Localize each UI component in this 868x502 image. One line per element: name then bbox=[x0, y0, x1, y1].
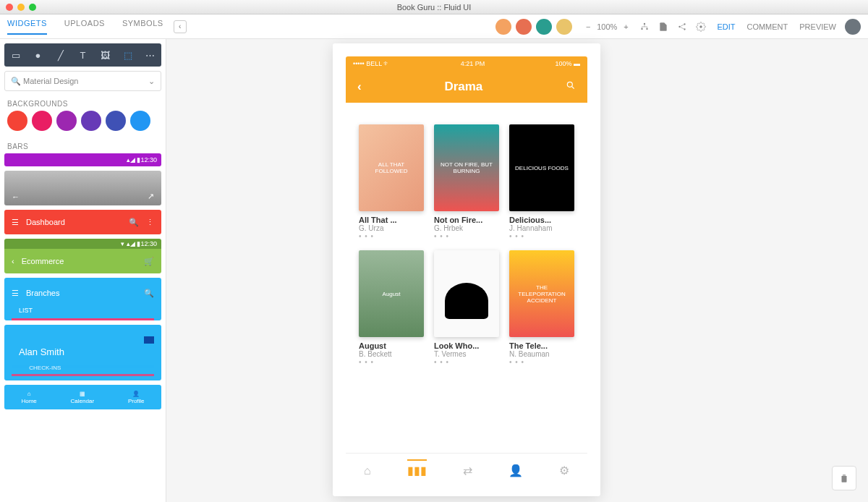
swatch[interactable] bbox=[106, 111, 126, 131]
search-icon: 🔍 bbox=[144, 289, 154, 298]
book-item[interactable]: Look Who...T. Vermes• • • bbox=[434, 250, 499, 366]
phone-frame[interactable]: ••••• BELL ᯤ 4:21 PM 100% ▬ ‹ Drama ALL … bbox=[333, 43, 600, 496]
battery: 100% ▬ bbox=[555, 60, 580, 67]
tab-symbols[interactable]: SYMBOLS bbox=[122, 19, 163, 35]
design-canvas[interactable]: ••••• BELL ᯤ 4:21 PM 100% ▬ ‹ Drama ALL … bbox=[166, 39, 868, 502]
svg-point-4 bbox=[684, 23, 686, 25]
book-cover: August bbox=[359, 250, 424, 337]
library-name: Material Design bbox=[23, 77, 78, 85]
rating-dots: • • • bbox=[359, 358, 424, 366]
share-icon[interactable] bbox=[676, 21, 688, 33]
appbar-label: Dashboard bbox=[26, 218, 65, 226]
rating-dots: • • • bbox=[359, 232, 424, 240]
avatar[interactable] bbox=[556, 19, 572, 35]
widget-appbar-cyan-tabs[interactable]: ☰ Branches 🔍 LIST bbox=[4, 278, 161, 320]
book-title: August bbox=[359, 341, 424, 350]
swatch[interactable] bbox=[56, 111, 77, 131]
sidebar-tabs: WIDGETS UPLOADS SYMBOLS bbox=[7, 19, 163, 35]
widget-profile-cyan[interactable]: Alan Smith CHECK-INS bbox=[4, 325, 161, 380]
tab-uploads[interactable]: UPLOADS bbox=[64, 19, 105, 35]
phone-statusbar: ••••• BELL ᯤ 4:21 PM 100% ▬ bbox=[346, 56, 587, 71]
widget-appbar-green[interactable]: ▾ ▴◢ ▮ 12:30 ‹ Ecommerce 🛒 bbox=[4, 239, 161, 273]
os-titlebar: Book Guru :: Fluid UI bbox=[0, 0, 868, 14]
widget-appbar-red[interactable]: ☰ Dashboard 🔍 ⋮ bbox=[4, 210, 161, 234]
book-author: T. Vermes bbox=[434, 350, 499, 358]
nav-profile-icon[interactable]: 👤 bbox=[509, 464, 523, 477]
line-tool-icon[interactable]: ╱ bbox=[54, 48, 67, 61]
swatch[interactable] bbox=[81, 111, 101, 131]
nav-home-icon[interactable]: ⌂ bbox=[364, 464, 371, 477]
back-icon: ‹ bbox=[12, 257, 14, 265]
pointer-tool-icon[interactable]: ⬚ bbox=[122, 48, 135, 61]
svg-point-7 bbox=[567, 82, 572, 87]
svg-point-6 bbox=[700, 25, 703, 28]
book-title: Delicious... bbox=[509, 216, 574, 224]
rating-dots: • • • bbox=[434, 358, 499, 366]
text-tool-icon[interactable]: T bbox=[77, 48, 90, 61]
widget-bottomnav-cyan[interactable]: ⌂Home ▦Calendar 👤Profile bbox=[4, 385, 161, 409]
book-author: G. Hrbek bbox=[434, 224, 499, 232]
nav-settings-icon[interactable]: ⚙ bbox=[559, 464, 569, 477]
swatch[interactable] bbox=[32, 111, 52, 131]
widget-statusbar-purple[interactable]: ▴◢ ▮ 12:30 bbox=[4, 153, 161, 166]
book-cover bbox=[434, 250, 499, 337]
library-select[interactable]: 🔍 Material Design ⌄ bbox=[4, 71, 161, 91]
svg-point-5 bbox=[684, 28, 686, 30]
rectangle-tool-icon[interactable]: ▭ bbox=[9, 48, 22, 61]
book-cover: DELICIOUS FOODS bbox=[509, 124, 574, 211]
rating-dots: • • • bbox=[434, 232, 499, 240]
shape-tools: ▭ ● ╱ T 🖼 ⬚ ⋯ bbox=[4, 43, 161, 67]
book-cover: THE TELEPORTATION ACCIDENT bbox=[509, 250, 574, 337]
swatch[interactable] bbox=[7, 111, 27, 131]
menu-icon: ☰ bbox=[12, 289, 19, 298]
phone-header: ‹ Drama bbox=[346, 71, 587, 103]
zoom-out-icon[interactable]: − bbox=[582, 21, 594, 33]
search-icon: 🔍 bbox=[129, 218, 139, 227]
cart-icon: 🛒 bbox=[144, 257, 154, 266]
toolbar-tools: − 100% + bbox=[582, 21, 707, 33]
svg-point-3 bbox=[679, 25, 681, 27]
nav-preview[interactable]: PREVIEW bbox=[799, 22, 836, 31]
user-avatar[interactable] bbox=[845, 19, 861, 35]
search-icon: 🔍 bbox=[11, 77, 21, 86]
section-backgrounds: BACKGROUNDS bbox=[0, 94, 166, 111]
avatar[interactable] bbox=[495, 19, 511, 35]
settings-icon[interactable] bbox=[695, 21, 707, 33]
trash-button[interactable] bbox=[832, 466, 856, 490]
mode-nav: EDIT COMMENT PREVIEW bbox=[717, 22, 836, 31]
collaborator-avatars bbox=[495, 19, 572, 35]
menu-icon: ☰ bbox=[12, 218, 19, 227]
more-tools-icon[interactable]: ⋯ bbox=[144, 48, 157, 61]
book-cover: NOT ON FIRE, BUT BURNING bbox=[434, 124, 499, 211]
nav-swap-icon[interactable]: ⇄ bbox=[463, 464, 472, 477]
image-tool-icon[interactable]: 🖼 bbox=[99, 48, 112, 61]
zoom-in-icon[interactable]: + bbox=[620, 21, 631, 33]
widget-header-grey[interactable]: ←↗ bbox=[4, 171, 161, 205]
export-icon[interactable] bbox=[658, 21, 669, 33]
nav-library-icon[interactable]: ▮▮▮ bbox=[407, 459, 427, 477]
nav-comment[interactable]: COMMENT bbox=[746, 22, 788, 31]
chevron-down-icon: ⌄ bbox=[148, 77, 155, 86]
phone-body: ALL THAT FOLLOWEDAll That ...G. Urza• • … bbox=[346, 103, 587, 373]
swatch[interactable] bbox=[130, 111, 150, 131]
collapse-sidebar-button[interactable]: ‹ bbox=[174, 20, 187, 33]
book-item[interactable]: ALL THAT FOLLOWEDAll That ...G. Urza• • … bbox=[359, 124, 424, 240]
window-title: Book Guru :: Fluid UI bbox=[0, 3, 868, 12]
widget-sidebar: ▭ ● ╱ T 🖼 ⬚ ⋯ 🔍 Material Design ⌄ BACKGR… bbox=[0, 39, 166, 502]
tab-widgets[interactable]: WIDGETS bbox=[7, 19, 47, 35]
search-icon[interactable] bbox=[566, 80, 576, 94]
book-cover: ALL THAT FOLLOWED bbox=[359, 124, 424, 211]
book-author: N. Beauman bbox=[509, 350, 574, 358]
nav-edit[interactable]: EDIT bbox=[717, 22, 735, 31]
book-title: Look Who... bbox=[434, 341, 499, 350]
sitemap-icon[interactable] bbox=[639, 21, 650, 33]
book-item[interactable]: AugustAugustB. Beckett• • • bbox=[359, 250, 424, 366]
carrier: ••••• BELL ᯤ bbox=[353, 60, 390, 67]
book-item[interactable]: DELICIOUS FOODSDelicious...J. Hannaham• … bbox=[509, 124, 574, 240]
avatar[interactable] bbox=[516, 19, 532, 35]
avatar[interactable] bbox=[536, 19, 552, 35]
book-item[interactable]: NOT ON FIRE, BUT BURNINGNot on Fire...G.… bbox=[434, 124, 499, 240]
circle-tool-icon[interactable]: ● bbox=[32, 48, 45, 61]
book-item[interactable]: THE TELEPORTATION ACCIDENTThe Tele...N. … bbox=[509, 250, 574, 366]
appbar-label: Ecommerce bbox=[22, 257, 64, 265]
